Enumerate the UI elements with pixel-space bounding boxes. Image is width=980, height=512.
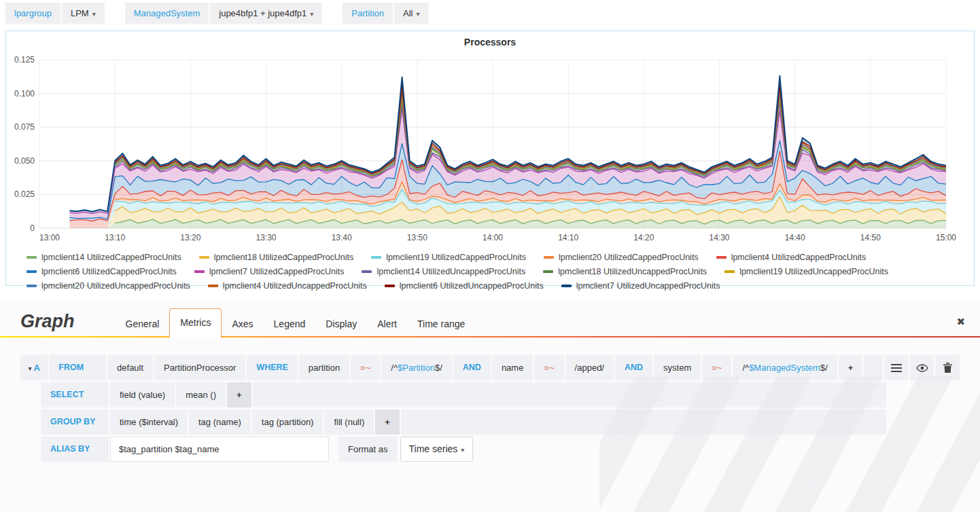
regex-pill[interactable]: /^$ManagedSystem$/ xyxy=(733,355,837,380)
legend-color-dash xyxy=(543,270,553,273)
processors-chart[interactable]: 13:0013:1013:2013:3013:4013:5014:0014:10… xyxy=(6,50,974,249)
query-part-pill[interactable]: fill (null) xyxy=(324,409,374,435)
close-icon[interactable]: ✖ xyxy=(956,316,965,328)
legend-color-dash xyxy=(27,256,37,259)
panel-type-title: Graph xyxy=(20,311,75,332)
query-part-pill[interactable]: partition xyxy=(299,355,349,380)
format-as-label: Format as xyxy=(338,437,398,462)
variable-group: lpargroupLPM▾ xyxy=(5,3,105,24)
operator-pill[interactable]: =~ xyxy=(534,355,563,380)
svg-text:14:20: 14:20 xyxy=(633,233,654,242)
legend-item[interactable]: lpmclient14 UtilizedCappedProcUnits xyxy=(27,251,181,264)
alias-row: ALIAS BY Format as Time series▾ xyxy=(20,437,960,462)
tab-axes[interactable]: Axes xyxy=(222,310,263,338)
template-variable-bar: lpargroupLPM▾ManagedSystemjupe4bfp1 + ju… xyxy=(0,0,980,27)
variable-label: ManagedSystem xyxy=(125,3,209,24)
clause-keyword: GROUP BY xyxy=(41,409,109,435)
svg-text:0: 0 xyxy=(30,223,35,233)
legend-item[interactable]: lpmclient19 UtilizedCappedProcUnits xyxy=(371,251,526,264)
legend-color-dash xyxy=(561,285,572,287)
graph-panel: Processors 13:0013:1013:2013:3013:4013:5… xyxy=(5,31,975,286)
query-part-pill[interactable]: system xyxy=(654,355,701,380)
legend-color-dash xyxy=(716,256,727,259)
logic-keyword[interactable]: AND xyxy=(453,355,491,380)
add-clause-button[interactable]: + xyxy=(227,382,251,407)
tab-display[interactable]: Display xyxy=(315,310,367,338)
query-part-pill[interactable]: tag (partition) xyxy=(252,409,323,435)
query-editor: ▾AFROMdefaultPartitionProcessorWHEREpart… xyxy=(0,337,980,462)
operator-pill[interactable]: =~ xyxy=(702,355,731,380)
query-part-pill[interactable]: tag (name) xyxy=(189,409,251,435)
legend-item[interactable]: lpmclient20 UtilizedUncappedProcUnits xyxy=(27,279,190,293)
legend-item[interactable]: lpmclient6 UtilizedCappedProcUnits xyxy=(27,265,177,278)
chart-legend: lpmclient14 UtilizedCappedProcUnitslpmcl… xyxy=(6,249,974,293)
query-part-pill[interactable]: /apped/ xyxy=(565,355,614,380)
legend-item[interactable]: lpmclient14 UtilizedUncappedProcUnits xyxy=(362,265,525,278)
tab-time-range[interactable]: Time range xyxy=(407,310,475,338)
chevron-down-icon: ▾ xyxy=(461,446,464,454)
legend-color-dash xyxy=(362,270,372,273)
editor-header: Graph GeneralMetricsAxesLegendDisplayAle… xyxy=(0,299,980,337)
query-part-pill[interactable]: PartitionProcessor xyxy=(154,355,245,380)
legend-color-dash xyxy=(199,256,209,259)
chart-plot[interactable]: 13:0013:1013:2013:3013:4013:5014:0014:10… xyxy=(6,50,974,249)
clause-keyword: FROM xyxy=(49,355,106,380)
legend-color-dash xyxy=(724,270,735,273)
eye-icon[interactable] xyxy=(910,355,934,380)
query-part-pill[interactable]: name xyxy=(492,355,533,380)
legend-item[interactable]: lpmclient18 UtilizedCappedProcUnits xyxy=(199,251,354,264)
menu-icon[interactable] xyxy=(884,355,909,380)
chevron-down-icon: ▾ xyxy=(92,10,96,18)
svg-text:14:30: 14:30 xyxy=(709,233,729,242)
legend-item[interactable]: lpmclient7 UtilizedUncappedProcUnits xyxy=(561,279,720,293)
query-part-pill[interactable]: default xyxy=(107,355,153,380)
query-part-pill[interactable]: time ($interval) xyxy=(110,409,188,435)
row-filler xyxy=(253,382,886,407)
tab-metrics[interactable]: Metrics xyxy=(169,308,222,338)
clause-keyword: SELECT xyxy=(41,382,109,407)
alias-by-label: ALIAS BY xyxy=(41,437,109,462)
query-part-pill[interactable]: field (value) xyxy=(110,382,175,407)
variable-value-dropdown[interactable]: All▾ xyxy=(394,3,428,24)
add-clause-button[interactable]: + xyxy=(375,409,400,435)
regex-pill[interactable]: /^$Partition$/ xyxy=(381,355,451,380)
variable-value-dropdown[interactable]: jupe4bfp1 + jupe4dfp1▾ xyxy=(210,3,322,24)
logic-keyword[interactable]: WHERE xyxy=(247,355,298,380)
row-filler xyxy=(864,355,883,380)
legend-item[interactable]: lpmclient20 UtilizedCappedProcUnits xyxy=(544,251,699,264)
trash-icon[interactable] xyxy=(935,355,960,380)
format-select[interactable]: Time series▾ xyxy=(400,437,474,462)
svg-text:13:10: 13:10 xyxy=(105,233,125,242)
variable-label: lpargroup xyxy=(5,3,60,24)
svg-text:13:30: 13:30 xyxy=(256,233,276,242)
legend-item[interactable]: lpmclient7 UtilizedCappedProcUnits xyxy=(194,265,345,278)
operator-pill[interactable]: =~ xyxy=(351,355,380,380)
legend-item[interactable]: lpmclient4 UtilizedUncappedProcUnits xyxy=(208,279,367,293)
query-row-group-by: GROUP BYtime ($interval)tag (name)tag (p… xyxy=(20,409,960,435)
chevron-down-icon: ▾ xyxy=(417,10,420,18)
legend-item[interactable]: lpmclient4 UtilizedCappedProcUnits xyxy=(716,251,867,264)
tab-alert[interactable]: Alert xyxy=(367,310,407,338)
variable-value-dropdown[interactable]: LPM▾ xyxy=(62,3,105,24)
legend-color-dash xyxy=(208,285,218,287)
svg-text:0.050: 0.050 xyxy=(14,156,35,166)
panel-title: Processors xyxy=(6,31,974,50)
logic-keyword[interactable]: AND xyxy=(615,355,652,380)
chevron-down-icon: ▾ xyxy=(310,10,313,18)
add-clause-button[interactable]: + xyxy=(839,355,863,380)
legend-item[interactable]: lpmclient18 UtilizedUncappedProcUnits xyxy=(543,265,707,278)
editor-tabs: GeneralMetricsAxesLegendDisplayAlertTime… xyxy=(116,299,476,337)
svg-text:15:00: 15:00 xyxy=(936,233,956,242)
legend-item[interactable]: lpmclient19 UtilizedUncappedProcUnits xyxy=(724,265,888,278)
svg-text:0.075: 0.075 xyxy=(14,122,35,132)
svg-text:14:00: 14:00 xyxy=(483,233,503,242)
tab-general[interactable]: General xyxy=(116,310,170,338)
legend-color-dash xyxy=(371,256,381,259)
query-ref-toggle[interactable]: ▾A xyxy=(20,355,48,380)
variable-group: PartitionAll▾ xyxy=(343,3,428,24)
tab-legend[interactable]: Legend xyxy=(264,310,316,338)
alias-input[interactable] xyxy=(110,437,329,462)
legend-item[interactable]: lpmclient6 UtilizedUncappedProcUnits xyxy=(385,279,544,293)
svg-text:14:50: 14:50 xyxy=(860,233,881,242)
query-part-pill[interactable]: mean () xyxy=(176,382,226,407)
